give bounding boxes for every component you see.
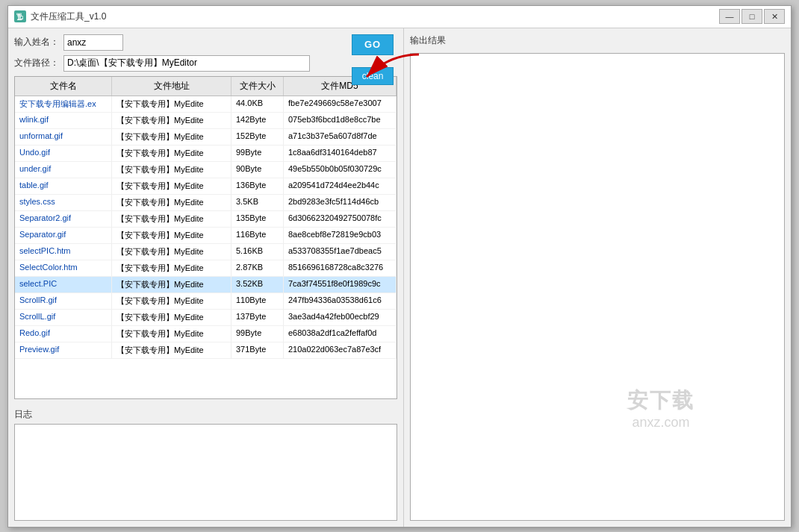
name-row: 输入姓名：: [14, 34, 397, 51]
window-controls: — □ ✕: [719, 9, 785, 24]
maximize-button[interactable]: □: [742, 9, 762, 24]
path-input[interactable]: [63, 55, 310, 72]
table-body: 安下载专用编辑器.ex【安下载专用】MyEdite44.0KBfbe7e2496…: [15, 96, 397, 398]
name-label: 输入姓名：: [14, 36, 59, 48]
output-label: 输出结果: [410, 34, 446, 47]
watermark: 安下载 anxz.com: [627, 387, 694, 431]
app-icon: 🗜: [14, 10, 26, 22]
table-row[interactable]: table.gif【安下载专用】MyEdite136Bytea209541d72…: [15, 178, 397, 195]
main-content: 输入姓名： 文件路径： 文件名 文件地址 文件大小 文件MD5 安下载专用编辑器…: [8, 28, 791, 527]
main-window: 🗜 文件压缩工具_v1.0 — □ ✕ 输入姓名： 文件路径： 文件名: [7, 5, 792, 528]
file-table: 文件名 文件地址 文件大小 文件MD5 安下载专用编辑器.ex【安下载专用】My…: [14, 76, 397, 399]
name-input[interactable]: [63, 34, 123, 51]
watermark-line1: 安下载: [627, 387, 694, 415]
output-area: 安下载 anxz.com: [410, 53, 785, 521]
minimize-button[interactable]: —: [719, 9, 740, 24]
table-header: 文件名 文件地址 文件大小 文件MD5: [15, 77, 397, 96]
table-row[interactable]: Undo.gif【安下载专用】MyEdite99Byte1c8aa6df3140…: [15, 145, 397, 162]
path-row: 文件路径：: [14, 55, 397, 72]
window-title: 文件压缩工具_v1.0: [31, 10, 719, 23]
left-panel: 输入姓名： 文件路径： 文件名 文件地址 文件大小 文件MD5 安下载专用编辑器…: [8, 28, 404, 527]
table-row[interactable]: Separator2.gif【安下载专用】MyEdite135Byte6d306…: [15, 211, 397, 228]
right-panel: 输出结果 GO clean 安下载 anxz.com: [404, 28, 791, 527]
close-button[interactable]: ✕: [764, 9, 785, 24]
col-filename: 文件名: [15, 77, 112, 96]
log-section: 日志: [14, 408, 397, 521]
table-row[interactable]: wlink.gif【安下载专用】MyEdite142Byte075eb3f6bc…: [15, 113, 397, 129]
table-row[interactable]: 安下载专用编辑器.ex【安下载专用】MyEdite44.0KBfbe7e2496…: [15, 96, 397, 113]
log-area: [14, 424, 397, 521]
table-row[interactable]: ScrollR.gif【安下载专用】MyEdite110Byte247fb943…: [15, 293, 397, 310]
table-row[interactable]: under.gif【安下载专用】MyEdite90Byte49e5b550b0b…: [15, 162, 397, 178]
clean-button[interactable]: clean: [352, 67, 394, 85]
table-row[interactable]: Redo.gif【安下载专用】MyEdite99Bytee68038a2df1c…: [15, 326, 397, 342]
table-row[interactable]: Preview.gif【安下载专用】MyEdite371Byte210a022d…: [15, 342, 397, 359]
table-row[interactable]: unformat.gif【安下载专用】MyEdite152Bytea71c3b3…: [15, 129, 397, 145]
table-row[interactable]: select.PIC【安下载专用】MyEdite3.52KB7ca3f74551…: [15, 277, 397, 293]
go-button[interactable]: GO: [352, 34, 394, 55]
table-row[interactable]: Separator.gif【安下载专用】MyEdite116Byte8ae8ce…: [15, 228, 397, 244]
col-size: 文件大小: [231, 77, 284, 96]
table-row[interactable]: ScrollL.gif【安下载专用】MyEdite137Byte3ae3ad4a…: [15, 310, 397, 326]
col-address: 文件地址: [112, 77, 231, 96]
watermark-line2: anxz.com: [627, 415, 694, 431]
table-row[interactable]: selectPIC.htm【安下载专用】MyEdite5.16KBa533708…: [15, 244, 397, 260]
log-label: 日志: [14, 408, 397, 421]
title-bar: 🗜 文件压缩工具_v1.0 — □ ✕: [8, 6, 791, 28]
table-row[interactable]: styles.css【安下载专用】MyEdite3.5KB2bd9283e3fc…: [15, 195, 397, 211]
table-row[interactable]: SelectColor.htm【安下载专用】MyEdite2.87KB85166…: [15, 260, 397, 277]
path-label: 文件路径：: [14, 57, 59, 69]
